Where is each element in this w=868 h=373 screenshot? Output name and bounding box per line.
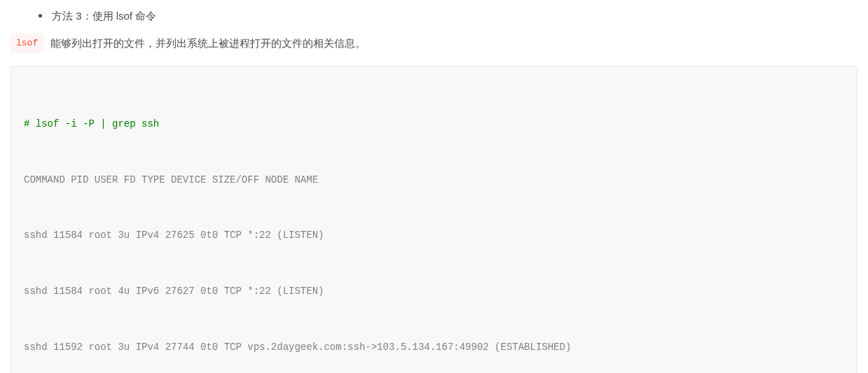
bullet-text: 方法 3：使用 lsof 命令 <box>52 7 156 25</box>
code-line: sshd 11584 root 4u IPv6 27627 0t0 TCP *:… <box>24 282 844 301</box>
code-line: sshd 11592 root 3u IPv4 27744 0t0 TCP vp… <box>24 338 844 357</box>
intro-paragraph: lsof 能够列出打开的文件，并列出系统上被进程打开的文件的相关信息。 <box>11 34 857 53</box>
bullet-item: 方法 3：使用 lsof 命令 <box>11 7 857 25</box>
bullet-dot-icon <box>39 14 42 17</box>
code-block-1: # lsof -i -P | grep ssh COMMAND PID USER… <box>11 66 857 373</box>
intro-text: 能够列出打开的文件，并列出系统上被进程打开的文件的相关信息。 <box>50 34 366 52</box>
inline-code: lsof <box>11 34 43 53</box>
code-line: COMMAND PID USER FD TYPE DEVICE SIZE/OFF… <box>24 171 844 190</box>
code-line: sshd 11584 root 3u IPv4 27625 0t0 TCP *:… <box>24 226 844 245</box>
code-comment: # lsof -i -P | grep ssh <box>24 115 844 134</box>
